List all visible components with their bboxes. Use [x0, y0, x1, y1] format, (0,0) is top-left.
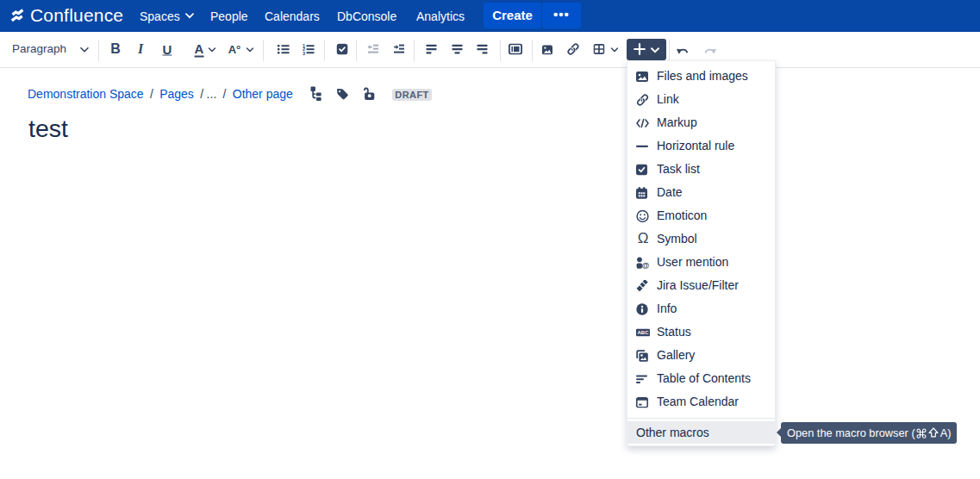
svg-text:3: 3	[303, 51, 305, 55]
svg-text:ABC: ABC	[638, 330, 650, 335]
svg-text:@: @	[641, 261, 649, 269]
